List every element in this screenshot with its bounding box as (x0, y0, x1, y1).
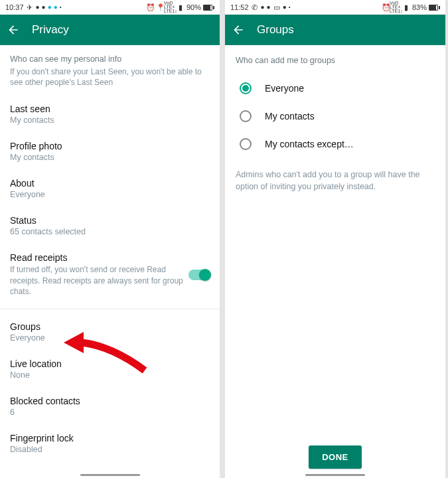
option-label: Everyone (265, 83, 304, 94)
item-about[interactable]: About Everyone (0, 170, 220, 207)
item-value: 65 contacts selected (10, 227, 210, 236)
page-title: Groups (257, 23, 294, 37)
section-header: Who can add me to groups (225, 45, 445, 69)
item-label: Last seen (10, 104, 210, 114)
page-title: Privacy (32, 23, 69, 37)
status-icon: • (289, 5, 291, 10)
item-label: Live location (10, 358, 210, 369)
item-value: Disabled (10, 445, 210, 454)
status-icon: ● (267, 4, 271, 11)
footer-note: Admins who can't add you to a group will… (225, 163, 445, 198)
radio-icon (240, 138, 252, 150)
item-value: Everyone (10, 190, 210, 199)
item-groups[interactable]: Groups Everyone (0, 313, 220, 351)
option-my-contacts[interactable]: My contacts (225, 102, 445, 130)
options-list: Everyone My contacts My contacts except… (225, 69, 445, 163)
telegram-icon: ✈ (26, 3, 34, 11)
status-icon: ● (283, 4, 287, 11)
option-label: My contacts except… (265, 139, 354, 149)
privacy-screen: 10:37 ✈ ● ● ● ● • ⏰ 📍 VoD LTE+LTE1↕ ▮ 90… (0, 0, 220, 478)
groups-screen: 11:52 ✆ ● ● ▭ ● • ⏰ VoD LTE+LTE1↕ ▮ 83% … (225, 0, 445, 478)
item-label: Blocked contacts (10, 396, 210, 406)
item-status[interactable]: Status 65 contacts selected (0, 207, 220, 244)
alarm-icon: ⏰ (147, 3, 155, 11)
option-my-contacts-except[interactable]: My contacts except… (225, 130, 445, 158)
status-time: 10:37 (5, 3, 24, 11)
battery-percent: 90% (187, 3, 201, 11)
battery-icon (203, 5, 214, 11)
network-icon: VoD LTE+LTE1↕ (392, 3, 400, 11)
status-icon: ● (36, 4, 40, 11)
status-bar: 11:52 ✆ ● ● ▭ ● • ⏰ VoD LTE+LTE1↕ ▮ 83% (225, 0, 445, 15)
option-label: My contacts (265, 111, 315, 121)
home-indicator[interactable] (80, 474, 140, 476)
item-profile-photo[interactable]: Profile photo My contacts (0, 133, 220, 170)
privacy-content: Who can see my personal info If you don'… (0, 45, 220, 478)
signal-icon: ▮ (402, 3, 410, 11)
item-value: 6 (10, 408, 210, 417)
radio-icon (240, 110, 252, 122)
whatsapp-icon: ✆ (251, 3, 259, 11)
section-subtext: If you don't share your Last Seen, you w… (0, 66, 220, 96)
done-button[interactable]: DONE (309, 445, 362, 469)
footer-bar: DONE (225, 438, 445, 478)
item-live-location[interactable]: Live location None (0, 351, 220, 388)
item-desc: If turned off, you won't send or receive… (10, 264, 188, 297)
radio-icon (240, 82, 252, 94)
option-everyone[interactable]: Everyone (225, 74, 445, 102)
status-icon: ● (42, 4, 46, 11)
item-blocked-contacts[interactable]: Blocked contacts 6 (0, 388, 220, 425)
item-label: Profile photo (10, 141, 210, 151)
app-bar: Groups (225, 15, 445, 45)
section-header: Who can see my personal info (0, 45, 220, 66)
status-icon: ● (261, 4, 265, 11)
back-icon[interactable] (232, 23, 245, 37)
network-icon: VoD LTE+LTE1↕ (167, 3, 175, 11)
item-fingerprint-lock[interactable]: Fingerprint lock Disabled (0, 425, 220, 462)
status-bar: 10:37 ✈ ● ● ● ● • ⏰ 📍 VoD LTE+LTE1↕ ▮ 90… (0, 0, 220, 15)
item-label: Fingerprint lock (10, 433, 210, 443)
item-last-seen[interactable]: Last seen My contacts (0, 96, 220, 133)
item-label: Read receipts (10, 252, 188, 263)
item-label: Status (10, 215, 210, 226)
status-icon: • (60, 5, 62, 10)
status-icon: ● (54, 4, 58, 11)
status-time: 11:52 (230, 3, 249, 11)
item-read-receipts[interactable]: Read receipts If turned off, you won't s… (0, 244, 220, 305)
item-label: About (10, 178, 210, 189)
status-icon: ● (48, 4, 52, 11)
item-value: My contacts (10, 153, 210, 162)
app-bar: Privacy (0, 15, 220, 45)
read-receipts-switch[interactable] (188, 270, 210, 280)
divider (0, 309, 220, 309)
home-indicator[interactable] (305, 474, 365, 476)
back-icon[interactable] (7, 23, 20, 37)
item-label: Groups (10, 321, 210, 332)
battery-percent: 83% (412, 3, 427, 11)
battery-icon (429, 5, 440, 11)
groups-content: Who can add me to groups Everyone My con… (225, 45, 445, 438)
signal-icon: ▮ (177, 3, 185, 11)
item-value: My contacts (10, 116, 210, 125)
item-value: Everyone (10, 333, 210, 343)
message-icon: ▭ (273, 3, 281, 11)
item-value: None (10, 370, 210, 380)
